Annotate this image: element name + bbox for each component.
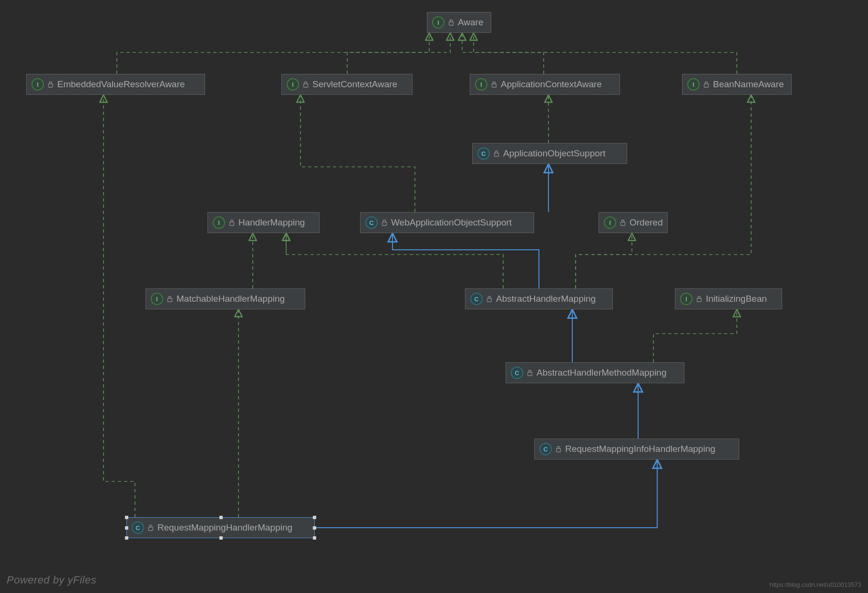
selection-handle[interactable] <box>125 536 128 540</box>
class-badge-icon: C <box>539 443 552 455</box>
node-label: BeanNameAware <box>713 79 784 90</box>
lock-icon <box>620 219 626 226</box>
edge-impl <box>117 33 429 74</box>
lock-icon <box>486 296 492 302</box>
selection-handle[interactable] <box>219 516 223 519</box>
node-label: WebApplicationObjectSupport <box>391 217 512 228</box>
lock-icon <box>696 296 702 302</box>
node-label: EmbeddedValueResolverAware <box>57 79 185 90</box>
node-hm[interactable]: IHandlerMapping <box>207 212 320 233</box>
svg-rect-9 <box>168 298 172 302</box>
class-badge-icon: C <box>511 367 523 379</box>
svg-rect-14 <box>149 527 153 531</box>
node-ib[interactable]: IInitializingBean <box>675 288 782 309</box>
interface-badge-icon: I <box>151 293 163 305</box>
interface-badge-icon: I <box>31 78 44 91</box>
node-label: Ordered <box>630 217 663 228</box>
interface-badge-icon: I <box>287 78 299 91</box>
node-aos[interactable]: CApplicationObjectSupport <box>472 143 627 164</box>
node-bna[interactable]: IBeanNameAware <box>682 74 792 95</box>
svg-rect-3 <box>492 84 496 87</box>
edge-impl <box>474 33 737 74</box>
node-label: Aware <box>458 17 484 28</box>
node-label: RequestMappingHandlerMapping <box>157 522 292 533</box>
svg-rect-10 <box>487 298 492 302</box>
selection-handle[interactable] <box>219 536 223 540</box>
interface-badge-icon: I <box>213 216 225 229</box>
selection-handle[interactable] <box>313 526 316 530</box>
class-badge-icon: C <box>477 147 490 160</box>
class-badge-icon: C <box>470 293 483 305</box>
node-mhm[interactable]: IMatchableHandlerMapping <box>145 288 305 309</box>
svg-rect-0 <box>449 22 454 25</box>
edge-impl <box>576 95 751 288</box>
node-sca[interactable]: IServletContextAware <box>281 74 413 95</box>
node-ahm[interactable]: CAbstractHandlerMapping <box>465 288 613 309</box>
svg-rect-8 <box>621 222 625 225</box>
node-label: ApplicationContextAware <box>501 79 602 90</box>
svg-rect-12 <box>528 372 532 376</box>
node-rmhm[interactable]: CRequestMappingHandlerMapping <box>126 517 315 538</box>
lock-icon <box>494 150 499 157</box>
lock-icon <box>491 81 497 88</box>
edge-impl <box>347 33 450 74</box>
svg-rect-11 <box>697 298 702 302</box>
lock-icon <box>148 524 154 531</box>
lock-icon <box>527 369 533 376</box>
lock-icon <box>556 446 561 452</box>
node-rmihm[interactable]: CRequestMappingInfoHandlerMapping <box>534 439 739 460</box>
selection-handle[interactable] <box>313 516 316 519</box>
edge-impl <box>300 95 415 212</box>
svg-rect-13 <box>557 449 561 452</box>
interface-badge-icon: I <box>680 293 692 305</box>
class-badge-icon: C <box>365 216 378 229</box>
interface-badge-icon: I <box>475 78 487 91</box>
node-label: RequestMappingInfoHandlerMapping <box>565 444 715 454</box>
class-badge-icon: C <box>132 521 144 534</box>
node-label: AbstractHandlerMethodMapping <box>537 368 667 378</box>
svg-rect-1 <box>49 84 53 87</box>
node-label: HandlerMapping <box>238 217 305 228</box>
node-label: MatchableHandlerMapping <box>176 294 285 304</box>
interface-badge-icon: I <box>432 16 444 29</box>
source-url-label: https://blog.csdn.net/u010013573 <box>770 581 861 588</box>
node-label: InitializingBean <box>706 294 767 304</box>
powered-by-label: Powered by yFiles <box>7 574 96 586</box>
lock-icon <box>703 81 709 88</box>
selection-handle[interactable] <box>125 526 128 530</box>
edge-impl <box>576 233 632 288</box>
lock-icon <box>382 219 387 226</box>
edge-impl <box>286 233 503 288</box>
edge-impl <box>103 95 135 517</box>
lock-icon <box>229 219 235 226</box>
lock-icon <box>303 81 309 88</box>
interface-badge-icon: I <box>604 216 616 229</box>
node-evra[interactable]: IEmbeddedValueResolverAware <box>26 74 205 95</box>
edge-ext <box>296 460 657 528</box>
lock-icon <box>448 19 454 26</box>
node-label: ServletContextAware <box>312 79 397 90</box>
interface-badge-icon: I <box>687 78 700 91</box>
node-label: ApplicationObjectSupport <box>503 148 605 159</box>
svg-rect-2 <box>304 84 308 87</box>
svg-rect-7 <box>382 222 387 225</box>
svg-rect-4 <box>704 84 709 87</box>
svg-rect-6 <box>230 222 234 225</box>
node-label: AbstractHandlerMapping <box>496 294 596 304</box>
node-ahmm[interactable]: CAbstractHandlerMethodMapping <box>506 362 684 383</box>
edge-impl <box>653 309 737 362</box>
selection-handle[interactable] <box>125 516 128 519</box>
node-aca[interactable]: IApplicationContextAware <box>470 74 620 95</box>
node-aware[interactable]: IAware <box>427 12 491 33</box>
selection-handle[interactable] <box>313 536 316 540</box>
node-ordered[interactable]: IOrdered <box>599 212 668 233</box>
edge-impl <box>462 33 544 74</box>
edge-ext <box>393 233 539 288</box>
lock-icon <box>167 296 173 302</box>
node-waos[interactable]: CWebApplicationObjectSupport <box>360 212 534 233</box>
lock-icon <box>48 81 53 88</box>
svg-rect-5 <box>495 153 499 156</box>
